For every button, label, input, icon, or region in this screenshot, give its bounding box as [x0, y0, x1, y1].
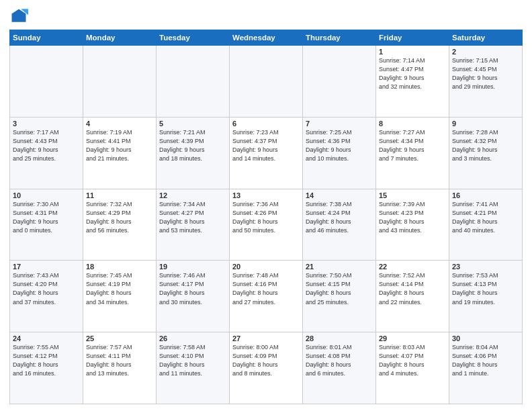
calendar-cell: 2Sunrise: 7:15 AM Sunset: 4:45 PM Daylig…: [449, 46, 523, 118]
day-number: 22: [379, 263, 446, 271]
day-info: Sunrise: 8:03 AM Sunset: 4:07 PM Dayligh…: [379, 343, 446, 378]
calendar-cell: 22Sunrise: 7:52 AM Sunset: 4:14 PM Dayli…: [376, 261, 449, 332]
day-info: Sunrise: 7:52 AM Sunset: 4:14 PM Dayligh…: [379, 271, 446, 306]
day-number: 21: [306, 263, 373, 271]
day-number: 13: [232, 191, 300, 199]
day-info: Sunrise: 8:00 AM Sunset: 4:09 PM Dayligh…: [232, 343, 300, 378]
day-info: Sunrise: 7:14 AM Sunset: 4:47 PM Dayligh…: [379, 56, 446, 91]
calendar-cell: 12Sunrise: 7:34 AM Sunset: 4:27 PM Dayli…: [157, 189, 230, 261]
calendar-week-row: 10Sunrise: 7:30 AM Sunset: 4:31 PM Dayli…: [10, 189, 523, 261]
calendar-cell: 21Sunrise: 7:50 AM Sunset: 4:15 PM Dayli…: [303, 261, 376, 332]
calendar-cell: 30Sunrise: 8:04 AM Sunset: 4:06 PM Dayli…: [449, 332, 523, 404]
day-info: Sunrise: 7:57 AM Sunset: 4:11 PM Dayligh…: [86, 343, 153, 378]
calendar-header-thursday: Thursday: [303, 30, 376, 46]
calendar-cell: [303, 46, 376, 118]
calendar-cell: [10, 46, 83, 118]
calendar-week-row: 24Sunrise: 7:55 AM Sunset: 4:12 PM Dayli…: [10, 332, 523, 404]
calendar-cell: 6Sunrise: 7:23 AM Sunset: 4:37 PM Daylig…: [230, 117, 303, 189]
calendar-cell: 11Sunrise: 7:32 AM Sunset: 4:29 PM Dayli…: [83, 189, 157, 261]
day-info: Sunrise: 7:55 AM Sunset: 4:12 PM Dayligh…: [13, 343, 80, 378]
calendar-cell: 1Sunrise: 7:14 AM Sunset: 4:47 PM Daylig…: [376, 46, 449, 118]
day-info: Sunrise: 7:19 AM Sunset: 4:41 PM Dayligh…: [86, 128, 153, 163]
logo-icon: [9, 7, 28, 26]
day-info: Sunrise: 7:36 AM Sunset: 4:26 PM Dayligh…: [232, 200, 300, 235]
day-number: 5: [159, 120, 226, 128]
calendar-header-tuesday: Tuesday: [157, 30, 230, 46]
day-info: Sunrise: 7:45 AM Sunset: 4:19 PM Dayligh…: [86, 271, 153, 306]
day-number: 9: [452, 120, 519, 128]
calendar-cell: 25Sunrise: 7:57 AM Sunset: 4:11 PM Dayli…: [83, 332, 157, 404]
day-info: Sunrise: 7:17 AM Sunset: 4:43 PM Dayligh…: [13, 128, 80, 163]
day-info: Sunrise: 7:15 AM Sunset: 4:45 PM Dayligh…: [452, 56, 519, 91]
day-info: Sunrise: 7:58 AM Sunset: 4:10 PM Dayligh…: [159, 343, 226, 378]
calendar-cell: [230, 46, 303, 118]
day-info: Sunrise: 7:50 AM Sunset: 4:15 PM Dayligh…: [306, 271, 373, 306]
calendar-cell: 29Sunrise: 8:03 AM Sunset: 4:07 PM Dayli…: [376, 332, 449, 404]
calendar-cell: 26Sunrise: 7:58 AM Sunset: 4:10 PM Dayli…: [157, 332, 230, 404]
day-number: 10: [13, 191, 80, 199]
day-info: Sunrise: 7:41 AM Sunset: 4:21 PM Dayligh…: [452, 200, 519, 235]
day-info: Sunrise: 7:25 AM Sunset: 4:36 PM Dayligh…: [306, 128, 373, 163]
day-number: 6: [232, 120, 300, 128]
day-number: 20: [232, 263, 300, 271]
day-info: Sunrise: 7:34 AM Sunset: 4:27 PM Dayligh…: [159, 200, 226, 235]
day-number: 16: [452, 191, 519, 199]
day-number: 27: [232, 334, 300, 342]
day-number: 29: [379, 334, 446, 342]
day-number: 26: [159, 334, 226, 342]
calendar-week-row: 3Sunrise: 7:17 AM Sunset: 4:43 PM Daylig…: [10, 117, 523, 189]
calendar-cell: 20Sunrise: 7:48 AM Sunset: 4:16 PM Dayli…: [230, 261, 303, 332]
calendar-header-sunday: Sunday: [10, 30, 83, 46]
calendar-cell: 7Sunrise: 7:25 AM Sunset: 4:36 PM Daylig…: [303, 117, 376, 189]
day-number: 19: [159, 263, 226, 271]
day-number: 11: [86, 191, 153, 199]
day-info: Sunrise: 7:21 AM Sunset: 4:39 PM Dayligh…: [159, 128, 226, 163]
calendar-cell: 14Sunrise: 7:38 AM Sunset: 4:24 PM Dayli…: [303, 189, 376, 261]
day-info: Sunrise: 7:38 AM Sunset: 4:24 PM Dayligh…: [306, 200, 373, 235]
day-number: 18: [86, 263, 153, 271]
day-number: 12: [159, 191, 226, 199]
calendar-cell: 5Sunrise: 7:21 AM Sunset: 4:39 PM Daylig…: [157, 117, 230, 189]
calendar-header-friday: Friday: [376, 30, 449, 46]
calendar-cell: 28Sunrise: 8:01 AM Sunset: 4:08 PM Dayli…: [303, 332, 376, 404]
day-number: 15: [379, 191, 446, 199]
calendar-cell: [83, 46, 157, 118]
calendar-cell: 19Sunrise: 7:46 AM Sunset: 4:17 PM Dayli…: [157, 261, 230, 332]
calendar-cell: 8Sunrise: 7:27 AM Sunset: 4:34 PM Daylig…: [376, 117, 449, 189]
day-number: 30: [452, 334, 519, 342]
day-info: Sunrise: 8:04 AM Sunset: 4:06 PM Dayligh…: [452, 343, 519, 378]
day-number: 24: [13, 334, 80, 342]
logo: [9, 7, 31, 26]
calendar-cell: 9Sunrise: 7:28 AM Sunset: 4:32 PM Daylig…: [449, 117, 523, 189]
day-number: 1: [379, 48, 446, 56]
calendar-cell: 17Sunrise: 7:43 AM Sunset: 4:20 PM Dayli…: [10, 261, 83, 332]
calendar-cell: 24Sunrise: 7:55 AM Sunset: 4:12 PM Dayli…: [10, 332, 83, 404]
day-info: Sunrise: 7:27 AM Sunset: 4:34 PM Dayligh…: [379, 128, 446, 163]
day-number: 23: [452, 263, 519, 271]
day-number: 28: [306, 334, 373, 342]
day-number: 2: [452, 48, 519, 56]
day-info: Sunrise: 7:46 AM Sunset: 4:17 PM Dayligh…: [159, 271, 226, 306]
calendar-header-wednesday: Wednesday: [230, 30, 303, 46]
day-info: Sunrise: 7:30 AM Sunset: 4:31 PM Dayligh…: [13, 200, 80, 235]
day-info: Sunrise: 7:28 AM Sunset: 4:32 PM Dayligh…: [452, 128, 519, 163]
day-info: Sunrise: 7:39 AM Sunset: 4:23 PM Dayligh…: [379, 200, 446, 235]
calendar-cell: 18Sunrise: 7:45 AM Sunset: 4:19 PM Dayli…: [83, 261, 157, 332]
calendar: SundayMondayTuesdayWednesdayThursdayFrid…: [9, 30, 523, 404]
day-info: Sunrise: 7:48 AM Sunset: 4:16 PM Dayligh…: [232, 271, 300, 306]
day-info: Sunrise: 8:01 AM Sunset: 4:08 PM Dayligh…: [306, 343, 373, 378]
calendar-header-row: SundayMondayTuesdayWednesdayThursdayFrid…: [10, 30, 523, 46]
day-number: 3: [13, 120, 80, 128]
day-info: Sunrise: 7:32 AM Sunset: 4:29 PM Dayligh…: [86, 200, 153, 235]
calendar-week-row: 1Sunrise: 7:14 AM Sunset: 4:47 PM Daylig…: [10, 46, 523, 118]
day-number: 17: [13, 263, 80, 271]
calendar-cell: 23Sunrise: 7:53 AM Sunset: 4:13 PM Dayli…: [449, 261, 523, 332]
day-info: Sunrise: 7:43 AM Sunset: 4:20 PM Dayligh…: [13, 271, 80, 306]
calendar-cell: 16Sunrise: 7:41 AM Sunset: 4:21 PM Dayli…: [449, 189, 523, 261]
day-info: Sunrise: 7:23 AM Sunset: 4:37 PM Dayligh…: [232, 128, 300, 163]
calendar-cell: 15Sunrise: 7:39 AM Sunset: 4:23 PM Dayli…: [376, 189, 449, 261]
day-number: 25: [86, 334, 153, 342]
day-number: 14: [306, 191, 373, 199]
calendar-cell: 27Sunrise: 8:00 AM Sunset: 4:09 PM Dayli…: [230, 332, 303, 404]
calendar-header-saturday: Saturday: [449, 30, 523, 46]
